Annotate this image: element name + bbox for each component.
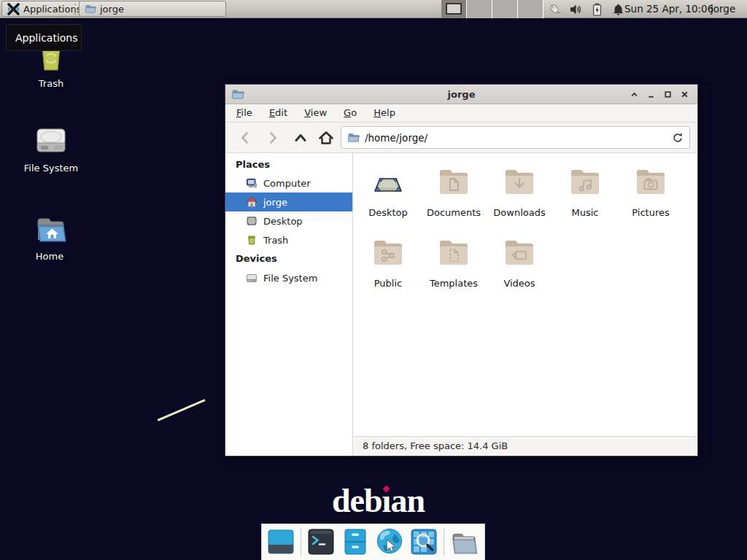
file-item-documents[interactable]: Documents bbox=[421, 163, 487, 220]
up-button[interactable] bbox=[290, 127, 311, 149]
computer-icon bbox=[246, 177, 258, 189]
workspace-3[interactable] bbox=[492, 0, 518, 18]
desktop-pad-icon bbox=[246, 215, 258, 227]
web-browser-launcher[interactable] bbox=[375, 527, 404, 556]
toolbar: /home/jorge/ bbox=[225, 122, 697, 153]
globe-browser-icon bbox=[375, 526, 404, 557]
panel-handle[interactable] bbox=[74, 4, 77, 15]
desktop-icon-label: Home bbox=[36, 251, 63, 262]
taskbar-button-jorge[interactable]: jorge bbox=[79, 1, 226, 17]
volume-icon[interactable] bbox=[568, 2, 583, 17]
documents-folder-icon bbox=[436, 163, 471, 198]
sidebar-item-label: File System bbox=[263, 273, 317, 284]
dock bbox=[261, 524, 485, 560]
house-icon bbox=[246, 196, 258, 208]
sidebar-item-label: Trash bbox=[263, 235, 288, 246]
file-label: Documents bbox=[427, 207, 481, 219]
home-folder-icon bbox=[33, 214, 66, 244]
file-item-pictures[interactable]: Pictures bbox=[618, 163, 684, 220]
menu-help[interactable]: Help bbox=[367, 104, 402, 122]
file-label: Public bbox=[374, 278, 402, 289]
sidebar: Places Computer bbox=[225, 153, 353, 456]
path-text[interactable]: /home/jorge/ bbox=[365, 132, 667, 144]
downloads-folder-icon bbox=[502, 163, 537, 198]
back-button[interactable] bbox=[234, 127, 256, 149]
workspace-window-thumb bbox=[446, 3, 462, 15]
forward-button[interactable] bbox=[262, 127, 284, 149]
minimize-button[interactable] bbox=[643, 86, 659, 103]
desktop-icon-label: File System bbox=[24, 163, 78, 174]
sidebar-item-computer[interactable]: Computer bbox=[225, 174, 352, 192]
stray-line-artifact bbox=[157, 399, 205, 421]
file-label: Videos bbox=[503, 278, 535, 289]
file-item-downloads[interactable]: Downloads bbox=[487, 163, 552, 220]
desktop-icon-label: Trash bbox=[39, 78, 63, 89]
workspace-2[interactable] bbox=[467, 0, 492, 18]
drive-mini-icon bbox=[246, 272, 258, 284]
sidebar-item-label: jorge bbox=[263, 197, 287, 208]
notifications-bell-icon[interactable] bbox=[611, 2, 625, 17]
show-desktop-launcher[interactable] bbox=[266, 527, 295, 556]
titlebar[interactable]: jorge bbox=[225, 85, 697, 104]
dock-separator bbox=[444, 528, 444, 556]
sidebar-item-jorge[interactable]: jorge bbox=[225, 192, 352, 211]
desktop-pad-icon bbox=[371, 163, 406, 198]
sidebar-item-trash[interactable]: Trash bbox=[225, 230, 352, 249]
shade-button[interactable] bbox=[626, 86, 643, 103]
sidebar-header-devices: Devices bbox=[225, 249, 352, 268]
pathbar-folder-icon bbox=[347, 132, 360, 143]
file-item-templates[interactable]: Templates bbox=[421, 234, 487, 291]
sidebar-item-label: Computer bbox=[263, 178, 311, 189]
file-item-videos[interactable]: Videos bbox=[487, 234, 552, 291]
desktop-icon-home[interactable]: Home bbox=[15, 214, 85, 262]
videos-folder-icon bbox=[502, 234, 537, 269]
dock-folder-icon bbox=[449, 527, 479, 556]
app-finder-icon bbox=[409, 527, 438, 556]
sidebar-item-file-system[interactable]: File System bbox=[225, 268, 352, 287]
file-label: Desktop bbox=[368, 207, 408, 219]
close-button[interactable] bbox=[676, 86, 693, 103]
menu-edit[interactable]: Edit bbox=[263, 104, 294, 122]
top-panel: Applications jorge bbox=[0, 0, 747, 18]
menu-go[interactable]: Go bbox=[337, 104, 363, 122]
menu-file[interactable]: File bbox=[230, 104, 259, 122]
workspace-4[interactable] bbox=[518, 0, 543, 18]
status-bar: 8 folders, Free space: 14.4 GiB bbox=[354, 436, 697, 456]
path-bar[interactable]: /home/jorge/ bbox=[341, 126, 690, 149]
file-item-music[interactable]: Music bbox=[552, 163, 618, 220]
application-finder-launcher[interactable] bbox=[409, 527, 438, 556]
reload-icon[interactable] bbox=[672, 132, 684, 144]
task-folder-icon bbox=[85, 4, 96, 14]
battery-charging-icon[interactable] bbox=[589, 2, 604, 17]
public-folder-icon bbox=[371, 234, 406, 269]
mouse-icon[interactable] bbox=[547, 2, 562, 17]
sidebar-item-desktop[interactable]: Desktop bbox=[225, 211, 352, 230]
task-label: jorge bbox=[100, 4, 124, 15]
clock[interactable]: Sun 25 Apr, 10:06 bbox=[624, 0, 713, 18]
menubar: File Edit View Go Help bbox=[225, 104, 697, 122]
desktop: Trash File System Home d bbox=[0, 0, 747, 560]
applications-label: Applications bbox=[23, 4, 81, 15]
file-manager-launcher[interactable] bbox=[341, 527, 370, 556]
workspace-1[interactable] bbox=[441, 0, 467, 18]
file-label: Templates bbox=[430, 278, 478, 289]
maximize-button[interactable] bbox=[659, 86, 676, 103]
panel-user-menu[interactable]: jorge bbox=[711, 0, 735, 18]
terminal-launcher[interactable] bbox=[306, 527, 336, 556]
file-label: Pictures bbox=[632, 207, 669, 219]
file-item-public[interactable]: Public bbox=[355, 234, 421, 291]
file-item-desktop[interactable]: Desktop bbox=[355, 163, 421, 220]
menu-view[interactable]: View bbox=[298, 104, 333, 122]
pictures-folder-icon bbox=[633, 163, 668, 198]
desktop-icon-file-system[interactable]: File System bbox=[16, 125, 86, 174]
folder-launcher[interactable] bbox=[449, 527, 479, 556]
home-button[interactable] bbox=[315, 127, 337, 149]
sidebar-item-label: Desktop bbox=[263, 216, 303, 227]
dock-separator bbox=[301, 528, 301, 556]
templates-folder-icon bbox=[436, 234, 471, 269]
terminal-icon bbox=[306, 527, 336, 556]
sidebar-header-places: Places bbox=[225, 156, 352, 174]
file-manager-window: jorge File Edit View Go Help bbox=[225, 84, 698, 456]
file-cabinet-icon bbox=[341, 527, 370, 556]
applications-x-icon bbox=[7, 3, 20, 15]
